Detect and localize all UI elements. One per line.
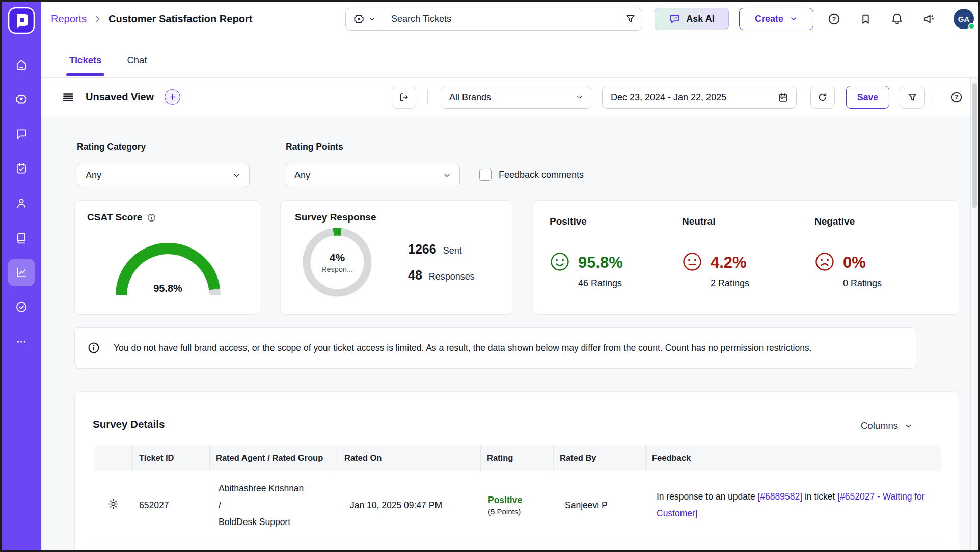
brand-filter-dropdown[interactable]: All Brands [441,86,591,109]
feedback-text: in ticket [802,491,837,502]
negative-title: Negative [814,216,942,227]
scrollbar-thumb[interactable] [972,83,977,208]
tab-chat[interactable]: Chat [127,42,147,77]
access-notice-banner: You do not have full brand access, or th… [74,327,916,369]
more-dots-icon [8,328,35,355]
page-title: Customer Satisfaction Report [108,13,252,25]
search-bar [345,8,642,31]
rating-points-dropdown[interactable]: Any [286,163,460,187]
add-view-button[interactable] [165,89,180,105]
create-button[interactable]: Create [739,8,813,30]
rated-agent-name: Abithashree Krishnan [219,548,338,552]
report-help-button[interactable]: ? [944,86,969,109]
refresh-button[interactable] [810,86,835,109]
sent-count: 1266 [408,242,437,257]
column-header-rated-agent[interactable]: Rated Agent / Rated Group [210,445,338,471]
rated-agent-cell: Abithashree Krishnan [210,540,338,552]
breadcrumb-chevron-icon [93,15,102,23]
view-name[interactable]: Unsaved View [86,91,154,103]
info-icon [87,341,100,354]
sent-label: Sent [443,245,462,256]
bookmark-icon[interactable] [859,13,872,25]
column-header-ticket-id[interactable]: Ticket ID [133,445,210,471]
rating-points: (5 Points) [488,507,554,516]
chevron-down-icon [576,93,584,101]
sidebar [2,2,41,550]
row-settings-gear-icon[interactable] [107,502,119,512]
negative-percent: 0% [843,254,866,272]
feedback-comments-checkbox[interactable] [479,169,492,181]
chevron-down-icon [790,15,798,23]
ask-ai-label: Ask AI [686,14,714,24]
survey-details-card: Survey Details Columns Ticket ID Rated A… [74,391,959,552]
toolbar-divider [933,90,933,105]
ticket-id-cell[interactable]: 652027 [133,471,210,540]
filters-button[interactable] [900,86,925,109]
positive-percent: 95.8% [578,254,623,272]
csat-card-title: CSAT Score [87,212,142,223]
neutral-rating-group: Neutral 4.2% 2 Ratings [682,216,809,289]
help-icon[interactable]: ? [827,12,841,26]
responses-stat: 48 Responses [408,268,475,283]
sidebar-item-approvals[interactable] [2,290,41,324]
date-range-picker[interactable]: Dec 23, 2024 - Jan 22, 2025 [602,86,797,109]
column-header-rating[interactable]: Rating [481,445,554,471]
breadcrumb-reports-link[interactable]: Reports [51,13,87,25]
sidebar-item-contacts[interactable] [2,186,41,220]
sidebar-item-tickets[interactable] [2,82,41,117]
announcement-megaphone-icon[interactable] [922,12,935,25]
csat-gauge: 95.8% [102,225,234,302]
view-selector: Unsaved View [62,78,180,116]
table-row[interactable]: Abithashree Krishnan [94,540,941,552]
sidebar-item-more[interactable] [2,324,41,359]
table-header-row: Ticket ID Rated Agent / Rated Group Rate… [94,445,941,471]
info-icon[interactable] [147,213,156,223]
user-avatar[interactable]: GA [954,9,974,29]
sidebar-item-knowledge-base[interactable] [2,220,41,255]
vertical-scrollbar[interactable] [970,78,978,550]
csat-gauge-value-label: 95.8% [102,283,234,294]
rating-value: Positive [488,495,554,506]
column-header-feedback[interactable]: Feedback [646,445,941,471]
positive-ratings-count: 46 Ratings [578,278,677,289]
active-tab-underline [66,73,104,76]
rating-points-value: Any [294,170,443,181]
sidebar-item-tasks[interactable] [2,151,41,186]
survey-details-title: Survey Details [93,418,165,430]
brand-filter-value: All Brands [449,92,576,103]
export-button[interactable] [392,86,416,109]
ask-ai-button[interactable]: Ask AI [655,8,729,30]
rating-category-value: Any [86,170,232,181]
rating-cell: Positive (5 Points) [481,471,554,540]
top-header: Reports Customer Satisfaction Report Ask… [41,2,978,36]
table-row[interactable]: 652027 Abithashree Krishnan / BoldDesk S… [94,471,941,540]
column-header-actions[interactable] [94,445,133,471]
sidebar-item-chat[interactable] [2,117,41,151]
search-filter-button[interactable] [618,13,642,25]
column-header-rated-on[interactable]: Rated On [338,445,481,471]
hamburger-menu-icon[interactable] [62,91,75,104]
funnel-icon [624,13,636,25]
search-type-dropdown[interactable] [346,8,383,30]
person-icon [8,189,35,217]
report-tabs: Tickets Chat [41,36,978,78]
plus-icon [168,93,177,101]
survey-details-table: Ticket ID Rated Agent / Rated Group Rate… [94,445,941,552]
chat-bubble-icon [8,120,35,148]
search-input[interactable] [383,14,618,24]
save-view-button[interactable]: Save [846,86,889,109]
report-content: Rating Category Any Rating Points Any Fe… [41,116,978,550]
responses-count: 48 [408,268,422,283]
breadcrumb: Reports Customer Satisfaction Report [51,2,252,36]
tab-tickets[interactable]: Tickets [69,42,101,77]
sidebar-item-reports[interactable] [2,255,41,290]
update-link[interactable]: [#6889582] [757,491,802,502]
rated-by-cell: Sanjeevi P [554,471,646,540]
bolddesk-logo-icon[interactable] [8,7,35,34]
sidebar-item-home[interactable] [2,47,41,82]
rating-category-dropdown[interactable]: Any [77,163,250,187]
columns-dropdown[interactable]: Columns [861,420,913,431]
feedback-cell: In response to an update [#6889582] in t… [646,471,941,540]
notification-bell-icon[interactable] [890,12,904,25]
column-header-rated-by[interactable]: Rated By [554,445,646,471]
